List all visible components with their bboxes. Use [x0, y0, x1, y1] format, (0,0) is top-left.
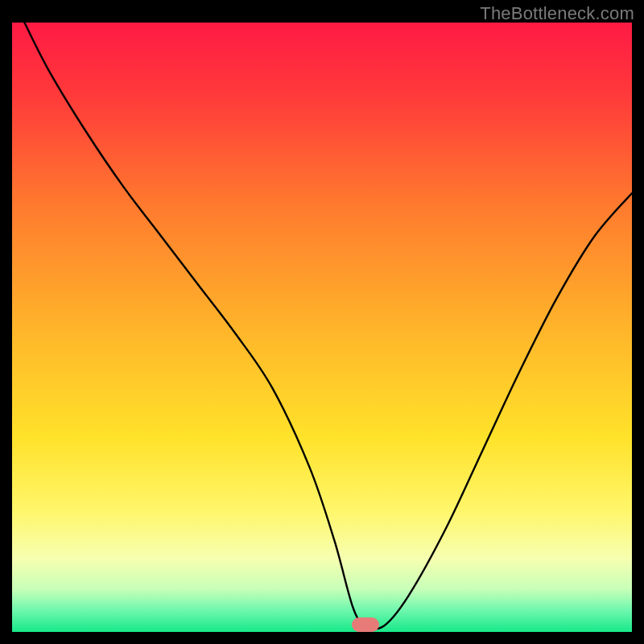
plot-svg — [12, 23, 632, 632]
watermark-text: TheBottleneck.com — [480, 3, 634, 24]
plot-area — [12, 23, 632, 632]
gradient-background — [12, 23, 632, 632]
chart-frame: TheBottleneck.com — [0, 0, 644, 644]
optimum-marker — [352, 617, 379, 632]
